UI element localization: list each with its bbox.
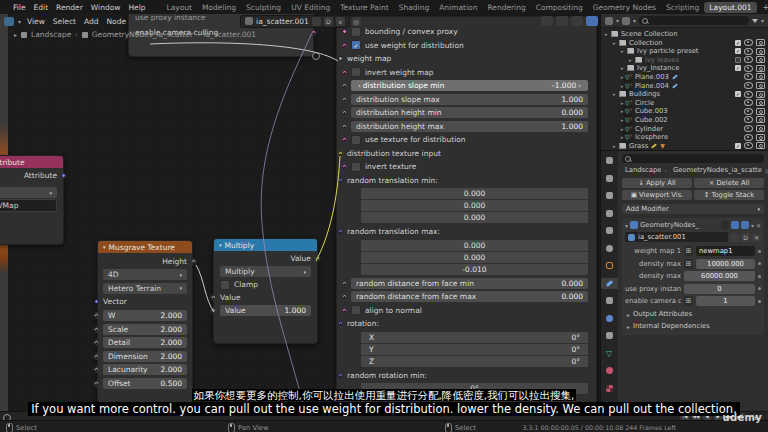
socket-height-out[interactable] xyxy=(190,258,197,265)
workspace-tab[interactable]: Layout xyxy=(161,2,197,13)
param-checkbox[interactable]: ✓ xyxy=(351,40,361,50)
modifier-name[interactable]: GeometryNodes_ xyxy=(640,221,719,229)
socket-bool-field[interactable] xyxy=(341,136,348,143)
attribute-node[interactable]: ▾Attribute Attribute ▾ UVMap xyxy=(0,155,64,245)
param-checkbox[interactable] xyxy=(351,27,361,37)
musgrave-slider[interactable]: Offset0.500 xyxy=(103,378,187,389)
eye-icon[interactable] xyxy=(744,134,753,141)
extras-menu-icon[interactable]: ▾ xyxy=(751,222,754,229)
socket-float[interactable] xyxy=(93,326,100,333)
attribute-toggle-icon[interactable]: ⊞ xyxy=(684,259,693,269)
unlink-button[interactable]: ✕ xyxy=(752,233,761,242)
vector-value-box[interactable]: 0.0000.0000.000 xyxy=(361,188,588,223)
scene-filter-icon[interactable] xyxy=(622,17,630,25)
ne-menu-view[interactable]: View xyxy=(23,17,49,26)
socket-bool-circle[interactable] xyxy=(342,29,347,34)
attribute-type-dropdown[interactable]: ▾ xyxy=(0,187,57,198)
socket-vector-in[interactable] xyxy=(94,299,99,304)
socket-float[interactable] xyxy=(93,353,100,360)
socket-value-in[interactable] xyxy=(210,294,217,301)
outliner-row-ivy-leaves[interactable]: ▸ivy leaves xyxy=(601,56,768,64)
properties-search[interactable] xyxy=(622,154,764,163)
clamp-checkbox[interactable] xyxy=(220,280,230,290)
socket-output-ring[interactable] xyxy=(312,52,320,60)
properties-tab-view-layer[interactable] xyxy=(601,208,618,219)
camera-icon[interactable] xyxy=(756,91,765,98)
param-checkbox[interactable] xyxy=(351,135,361,145)
outliner-row-cube-002[interactable]: ▸▽Cube.002▽ xyxy=(601,116,768,124)
socket-float-field[interactable] xyxy=(341,279,348,286)
field-value[interactable]: 10000.000 xyxy=(696,259,755,269)
grid-overlay-icon[interactable] xyxy=(541,16,553,26)
outliner-row-circle[interactable]: ▸▽Circle▽ xyxy=(601,99,768,107)
exclude-checkbox[interactable]: ✓ xyxy=(735,65,741,71)
animate-dot-icon[interactable] xyxy=(758,250,761,253)
scatter-group-node[interactable]: bounding / convex proxy✓use weight for d… xyxy=(336,16,597,411)
camera-icon[interactable] xyxy=(756,48,765,55)
camera-icon[interactable] xyxy=(756,65,765,72)
camera-icon[interactable] xyxy=(756,125,765,132)
socket-float[interactable] xyxy=(93,339,100,346)
eye-icon[interactable] xyxy=(744,91,753,98)
properties-tab-particles[interactable] xyxy=(601,295,618,306)
menu-render[interactable]: Render xyxy=(52,3,87,12)
properties-tab-object-data[interactable]: ▽ xyxy=(601,348,618,359)
camera-icon[interactable] xyxy=(756,99,765,106)
camera-icon[interactable] xyxy=(756,142,765,149)
breadcrumb-modifier[interactable]: GeometryNodes_ia_scatter xyxy=(92,30,193,39)
socket-float-field[interactable] xyxy=(341,293,348,300)
camera-icon[interactable] xyxy=(756,56,765,63)
musgrave-texture-node[interactable]: ▾Musgrave Texture Height 4D▾ Hetero Terr… xyxy=(97,240,193,411)
attribute-name-field[interactable]: UVMap xyxy=(0,199,57,212)
properties-tab-tool[interactable] xyxy=(601,155,618,166)
ne-menu-node[interactable]: Node xyxy=(103,17,131,26)
vector-row[interactable]: -0.010 xyxy=(361,264,588,275)
add-modifier-dropdown[interactable]: Add Modifier▾ xyxy=(622,204,764,214)
breadcrumb-object[interactable]: Landscape xyxy=(625,166,662,174)
breadcrumb-modifier[interactable]: GeometryNodes_ia_scatte xyxy=(673,166,762,174)
viewport-vis--button[interactable]: ▣Viewport Vis. xyxy=(622,190,692,200)
properties-tab-world[interactable] xyxy=(601,243,618,254)
fake-user-button[interactable] xyxy=(730,233,739,242)
vector-row[interactable]: 0.000 xyxy=(361,212,588,223)
animate-dot-icon[interactable] xyxy=(758,262,761,265)
workspace-tab[interactable]: Animation xyxy=(434,2,482,13)
properties-tab-object[interactable] xyxy=(601,260,618,271)
apply-all-button[interactable]: ↓Apply All xyxy=(622,178,692,188)
overlays-icon[interactable] xyxy=(586,16,598,26)
eye-icon[interactable] xyxy=(744,142,753,149)
socket-vector-field[interactable] xyxy=(337,320,344,327)
eye-icon[interactable] xyxy=(744,48,753,55)
workspace-tab[interactable]: Compositing xyxy=(531,2,588,13)
socket-vector-field[interactable] xyxy=(337,176,344,183)
eye-icon[interactable] xyxy=(744,39,753,46)
socket-value2-in[interactable] xyxy=(210,307,217,314)
outliner-row-plane-004[interactable]: ▸▽Plane.004▽ xyxy=(601,82,768,90)
realtime-toggle[interactable] xyxy=(731,221,739,229)
workspace-tab[interactable]: Geometry Nodes xyxy=(588,2,661,13)
breadcrumb-nodetree[interactable]: ia_scatter.001 xyxy=(203,30,256,39)
vector-row[interactable]: 0.000 xyxy=(361,200,588,211)
eye-icon[interactable] xyxy=(744,65,753,72)
attribute-toggle-icon[interactable]: ⊞ xyxy=(684,246,693,256)
node-tree-selector[interactable]: ia_scatter.001 D x xyxy=(240,15,350,28)
param-slider[interactable]: distribution height max1.000 xyxy=(351,121,588,132)
outliner-row-scene-collection[interactable]: ▸Scene Collection xyxy=(601,30,768,38)
eye-icon[interactable] xyxy=(744,108,753,115)
properties-tab-output[interactable] xyxy=(601,190,618,201)
exclude-checkbox[interactable]: ✓ xyxy=(735,91,741,97)
musgrave-slider[interactable]: W2.000 xyxy=(103,310,187,321)
socket-value-circle[interactable] xyxy=(338,56,343,61)
camera-icon[interactable] xyxy=(756,73,765,80)
workspace-tab[interactable]: Scripting xyxy=(661,2,704,13)
param-slider[interactable]: ‹distribution slope min-1.000› xyxy=(351,80,588,91)
vector-row[interactable]: 0.000 xyxy=(361,240,588,251)
exclude-checkbox[interactable]: ✓ xyxy=(735,143,741,149)
properties-tab-scene[interactable] xyxy=(601,225,618,236)
workspace-tab[interactable]: Rendering xyxy=(482,2,530,13)
editor-type-icon[interactable] xyxy=(4,17,14,26)
eye-icon[interactable] xyxy=(744,73,753,80)
workspace-tab[interactable]: Layout.001 xyxy=(704,2,756,13)
camera-icon[interactable] xyxy=(756,82,765,89)
socket-bool-field[interactable] xyxy=(341,41,348,48)
